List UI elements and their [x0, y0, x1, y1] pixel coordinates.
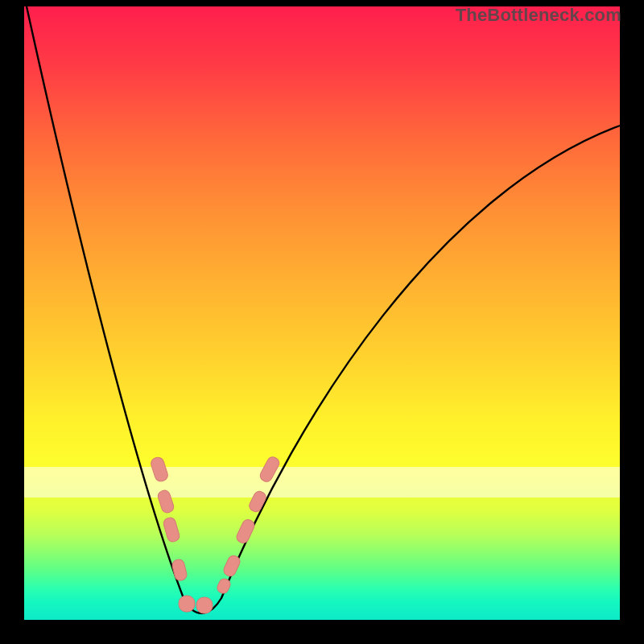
markers-right — [216, 455, 281, 595]
bead-marker — [247, 489, 267, 514]
bead-marker — [235, 518, 256, 545]
markers-bottom — [179, 596, 213, 613]
bead-marker — [157, 489, 175, 514]
chart-svg — [24, 6, 620, 620]
bead-marker — [179, 596, 195, 612]
bottleneck-curve — [27, 6, 620, 613]
bead-marker — [171, 559, 188, 582]
bead-marker — [163, 517, 181, 543]
markers-left — [150, 456, 188, 581]
bead-marker — [196, 597, 213, 613]
bead-marker — [150, 456, 169, 482]
